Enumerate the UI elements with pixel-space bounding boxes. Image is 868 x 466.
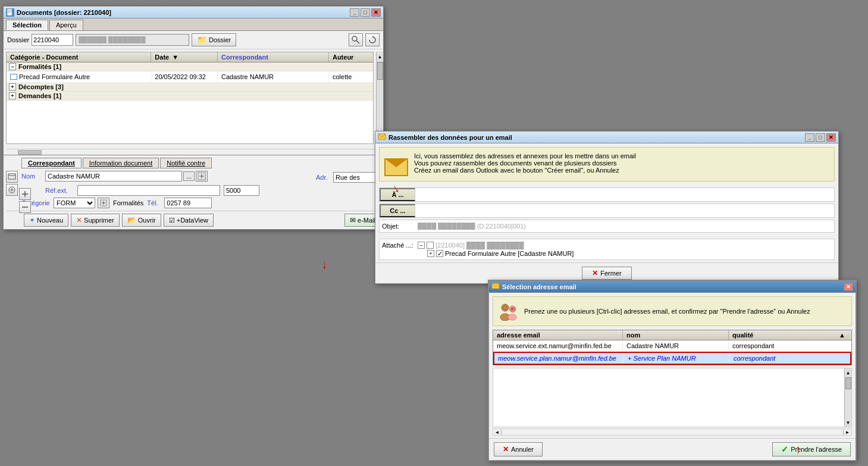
- sel-scrollbar[interactable]: ▲ ▼: [844, 368, 851, 427]
- scrollbar-thumb[interactable]: [377, 62, 383, 80]
- ref-input[interactable]: [77, 185, 220, 196]
- prendre-check-icon: ✓: [781, 445, 788, 454]
- svg-rect-7: [8, 174, 15, 179]
- docs-tabs-bar: Sélection Aperçu: [4, 18, 383, 31]
- svg-rect-3: [8, 12, 10, 13]
- side-btn-top[interactable]: [6, 171, 18, 183]
- fermer-x-icon: ✕: [592, 269, 598, 277]
- h-scroll[interactable]: ◄ ►: [493, 429, 852, 436]
- group-demandes-label: Demandes [1]: [18, 92, 61, 99]
- dossier-text: [76, 34, 189, 46]
- email-minimize-btn[interactable]: _: [805, 133, 814, 142]
- group-decomptes[interactable]: + Décomptes [3]: [7, 83, 373, 92]
- delete-icon: ✕: [76, 216, 82, 224]
- nom-input[interactable]: [45, 171, 182, 182]
- dialog-bottom-bar: ✕ Annuler ✓ Prendre l'adresse: [489, 438, 856, 460]
- expand-decomptes[interactable]: +: [9, 83, 16, 90]
- documents-window: Documents [dossier: 2210040] _ □ ✕ Sélec…: [3, 6, 384, 230]
- annuler-x-icon: ✕: [503, 445, 509, 454]
- svg-line-5: [356, 40, 359, 43]
- attached-label: Attaché ...:: [382, 242, 418, 249]
- supprimer-btn[interactable]: ✕ Supprimer: [71, 214, 120, 227]
- nouveau-btn[interactable]: ✦ Nouveau: [24, 214, 68, 227]
- objet-input[interactable]: [415, 220, 834, 232]
- tab-info-doc[interactable]: Information document: [83, 158, 159, 168]
- svg-point-4: [352, 36, 357, 41]
- categorie-icon-btn[interactable]: [98, 198, 109, 208]
- close-btn[interactable]: ✕: [371, 8, 381, 17]
- table-row[interactable]: Precad Formulaire Autre 20/05/2022 09:32…: [7, 71, 373, 83]
- dossier-label: Dossier: [7, 36, 29, 43]
- nom-icon-btn[interactable]: [196, 171, 208, 182]
- cc-input[interactable]: [415, 205, 834, 217]
- nom-label: Nom: [21, 173, 45, 180]
- group-formalites[interactable]: – Formalités [1]: [7, 62, 373, 71]
- dataview-icon: ☑: [169, 217, 175, 224]
- postal-input[interactable]: [224, 185, 259, 196]
- email-table: adresse email nom qualité ▲ meow.service…: [493, 330, 852, 365]
- col-nom[interactable]: nom: [623, 330, 729, 340]
- adr-input[interactable]: [333, 172, 381, 183]
- email-close-btn[interactable]: ✕: [826, 133, 836, 142]
- folder-icon: 📁: [197, 35, 207, 45]
- cell-email-2: meow.service.plan.namur@minfin.fed.be: [494, 353, 624, 364]
- svg-marker-6: [372, 36, 374, 37]
- attached-group: – [2210040] ████ ████████: [418, 242, 832, 249]
- email-sel-close-btn[interactable]: ✕: [844, 283, 853, 291]
- maximize-btn[interactable]: □: [361, 8, 370, 17]
- nom-lookup-btn[interactable]: ...: [183, 171, 195, 181]
- svg-point-23: [502, 304, 509, 311]
- tab-selection[interactable]: Sélection: [6, 20, 48, 30]
- refresh-icon-btn[interactable]: [365, 33, 380, 46]
- tab-notifie[interactable]: Notifié contre: [160, 158, 212, 168]
- expand-demandes[interactable]: +: [9, 92, 16, 99]
- email-window-controls: _ □ ✕: [805, 133, 836, 142]
- bottom-panel: Correspondant Information document Notif…: [4, 155, 383, 229]
- formalites-text: Formalités: [113, 199, 143, 207]
- docs-window-controls: _ □ ✕: [350, 8, 381, 17]
- table-row[interactable]: meow.service.plan.namur@minfin.fed.be + …: [493, 352, 851, 365]
- col-email[interactable]: adresse email: [493, 330, 623, 340]
- expand-formalites[interactable]: –: [9, 63, 16, 70]
- dataview-btn[interactable]: ☑ +DataView: [164, 214, 214, 227]
- ouvrir-btn[interactable]: 📂 Ouvrir: [122, 214, 161, 227]
- item-expand-icon[interactable]: +: [427, 250, 434, 257]
- tree-expand-icon[interactable]: –: [418, 242, 425, 249]
- email-maximize-btn[interactable]: □: [816, 133, 825, 142]
- cc-btn[interactable]: Cc ...: [380, 204, 415, 217]
- table-row[interactable]: meow.service.ext.namur@minfin.fed.be Cad…: [493, 340, 851, 352]
- categorie-select[interactable]: FORM: [54, 198, 95, 208]
- tab-apercu[interactable]: Aperçu: [49, 20, 83, 30]
- search-icon-btn[interactable]: [349, 33, 363, 46]
- dossier-btn[interactable]: 📁 Dossier: [192, 33, 236, 46]
- annuler-btn[interactable]: ✕ Annuler: [494, 442, 543, 456]
- info-text-2: Vous pouvez rassembler des documents ven…: [414, 159, 636, 167]
- ref-label: Réf.ext.: [45, 187, 75, 194]
- prendre-adresse-btn[interactable]: ✓ Prendre l'adresse: [772, 442, 851, 456]
- side-btn-4[interactable]: [19, 201, 31, 213]
- tel-input[interactable]: [164, 198, 212, 208]
- empty-list-area: ▲ ▼: [493, 368, 852, 427]
- tab-correspondant[interactable]: Correspondant: [21, 158, 82, 168]
- group-checkbox[interactable]: [427, 242, 434, 249]
- item-checkbox[interactable]: ✓: [436, 250, 443, 257]
- minimize-btn[interactable]: _: [350, 8, 359, 17]
- side-btn-mid[interactable]: [6, 184, 18, 196]
- cell-qualite-1: correspondant: [729, 340, 851, 351]
- sel-scrollbar-thumb[interactable]: [845, 377, 851, 389]
- docs-title-icon: [6, 8, 14, 17]
- side-btn-3[interactable]: [19, 188, 31, 200]
- a-input[interactable]: [415, 189, 834, 201]
- col-qualite[interactable]: qualité ▲: [729, 330, 851, 340]
- group-demandes[interactable]: + Demandes [1]: [7, 92, 373, 101]
- email-sel-icon: [491, 282, 500, 292]
- docs-title: Documents [dossier: 2210040]: [17, 9, 350, 16]
- dossier-input[interactable]: [32, 34, 73, 46]
- fermer-btn[interactable]: ✕ Fermer: [582, 267, 631, 280]
- sel-info-text: Prenez une ou plusieurs [Ctrl-clic] adre…: [524, 308, 810, 315]
- email-title-icon: [378, 133, 386, 142]
- attached-item: + ✓ Precad Formulaire Autre [Cadastre NA…: [427, 250, 832, 257]
- svg-text:@: @: [510, 305, 516, 312]
- attached-content: – [2210040] ████ ████████ + ✓ Precad For…: [418, 242, 832, 257]
- a-btn[interactable]: À ...: [380, 188, 415, 201]
